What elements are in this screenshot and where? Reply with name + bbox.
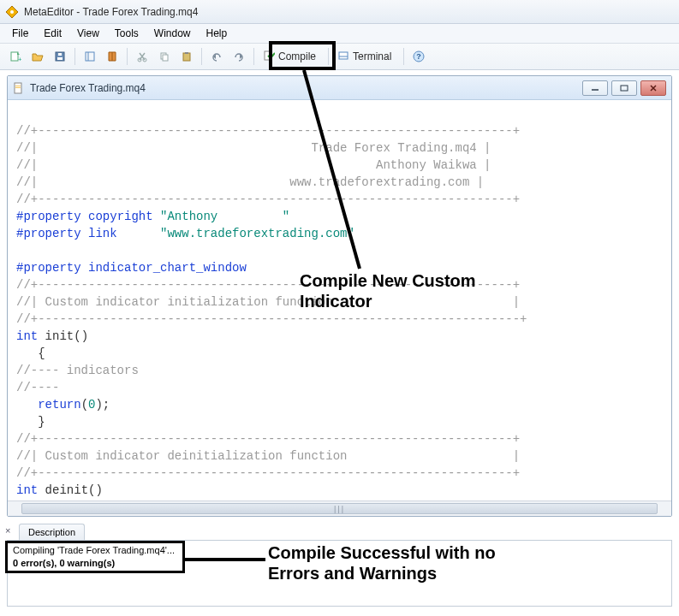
code-kw: int xyxy=(16,329,38,343)
code-line: //+-------------------------------------… xyxy=(16,466,520,480)
scrollbar-thumb[interactable]: ||| xyxy=(21,503,658,514)
app-icon xyxy=(5,5,19,19)
svg-text:?: ? xyxy=(417,52,422,61)
code-line: //| Anthony Waikwa | xyxy=(16,158,491,172)
code-line: //| Trade Forex Trading.mq4 | xyxy=(16,141,491,155)
code-line: //+-------------------------------------… xyxy=(16,192,520,206)
terminal-icon xyxy=(337,50,349,64)
navigator-button[interactable] xyxy=(80,46,100,67)
terminal-button[interactable]: Terminal xyxy=(333,46,399,67)
code-kw: return xyxy=(16,398,81,412)
separator xyxy=(201,48,202,65)
cut-button[interactable] xyxy=(132,46,152,67)
paste-button[interactable] xyxy=(176,46,197,67)
menu-window[interactable]: Window xyxy=(147,26,198,41)
minimize-button[interactable] xyxy=(582,80,608,96)
book-button[interactable] xyxy=(102,46,122,67)
description-tab[interactable]: Description xyxy=(19,524,85,540)
annotation-compile: Compile New Custom Indicator xyxy=(300,270,497,311)
svg-rect-22 xyxy=(15,86,21,86)
svg-rect-13 xyxy=(163,55,168,61)
code-string: "www.tradeforextrading.com" xyxy=(160,227,354,240)
menu-edit[interactable]: Edit xyxy=(37,26,68,41)
svg-rect-14 xyxy=(183,53,190,61)
code-token: { xyxy=(16,346,45,360)
code-token: } xyxy=(16,415,45,429)
code-token: indicator_chart_window xyxy=(81,261,247,275)
code-kw: #property xyxy=(16,261,81,275)
code-token: deinit() xyxy=(38,483,103,497)
menu-file[interactable]: File xyxy=(5,26,35,41)
annotation-text: Compile New Custom Indicator xyxy=(300,270,497,311)
maximize-button[interactable] xyxy=(611,80,637,96)
code-kw: #property xyxy=(16,210,81,223)
app-title: MetaEditor - Trade Forex Trading.mq4 xyxy=(24,6,198,18)
svg-rect-2 xyxy=(11,52,18,61)
menu-view[interactable]: View xyxy=(70,26,106,41)
menu-tools[interactable]: Tools xyxy=(108,26,146,41)
copy-button[interactable] xyxy=(154,46,175,67)
code-line: //| Custom indicator deinitialization fu… xyxy=(16,449,520,463)
separator xyxy=(253,48,254,65)
svg-rect-23 xyxy=(15,87,21,88)
svg-text:+: + xyxy=(18,56,21,62)
separator xyxy=(403,48,404,65)
new-file-button[interactable]: + xyxy=(5,46,26,67)
undo-button[interactable] xyxy=(206,46,227,67)
save-button[interactable] xyxy=(50,46,70,67)
code-token: ( xyxy=(81,398,88,412)
code-line: //---- indicators xyxy=(16,364,139,377)
document-title: Trade Forex Trading.mq4 xyxy=(30,82,577,94)
svg-rect-6 xyxy=(58,53,62,56)
svg-rect-7 xyxy=(86,52,94,61)
code-string: "Anthony " xyxy=(160,210,289,223)
code-token: ); xyxy=(95,398,110,412)
code-token: copyright xyxy=(81,210,160,223)
code-line: //+-------------------------------------… xyxy=(16,432,520,446)
app-titlebar: MetaEditor - Trade Forex Trading.mq4 xyxy=(0,0,679,24)
svg-rect-5 xyxy=(57,57,63,60)
annotation-text: Compile Successful with no Errors and Wa… xyxy=(268,542,525,583)
panel-close-icon[interactable]: × xyxy=(5,525,15,536)
horizontal-scrollbar[interactable]: ||| xyxy=(8,500,671,516)
svg-rect-15 xyxy=(185,52,188,54)
svg-point-1 xyxy=(10,10,14,14)
open-button[interactable] xyxy=(27,46,48,67)
svg-rect-17 xyxy=(339,52,348,59)
document-icon xyxy=(13,82,25,94)
annotation-success: Compile Successful with no Errors and Wa… xyxy=(268,542,525,583)
separator xyxy=(328,48,329,65)
code-kw: int xyxy=(16,483,38,497)
compile-label: Compile xyxy=(278,50,316,62)
code-line: //| www.tradeforextrading.com | xyxy=(16,175,484,189)
code-kw: #property xyxy=(16,227,81,240)
code-token: init() xyxy=(38,329,88,343)
menubar: File Edit View Tools Window Help xyxy=(0,24,679,43)
close-button[interactable] xyxy=(640,80,666,96)
code-token: link xyxy=(81,227,160,240)
separator xyxy=(74,48,75,65)
help-button[interactable]: ? xyxy=(408,46,429,67)
redo-button[interactable] xyxy=(229,46,249,67)
separator xyxy=(127,48,128,65)
toolbar: + Compile Terminal ? xyxy=(0,43,679,70)
code-line: //---- xyxy=(16,381,59,394)
code-line: //+-------------------------------------… xyxy=(16,312,527,326)
compile-icon xyxy=(263,50,275,64)
compile-button[interactable]: Compile xyxy=(259,46,324,67)
code-line: //+-------------------------------------… xyxy=(16,124,520,138)
svg-rect-25 xyxy=(621,86,628,91)
terminal-label: Terminal xyxy=(353,50,391,62)
menu-help[interactable]: Help xyxy=(200,26,235,41)
document-titlebar: Trade Forex Trading.mq4 xyxy=(8,76,671,100)
